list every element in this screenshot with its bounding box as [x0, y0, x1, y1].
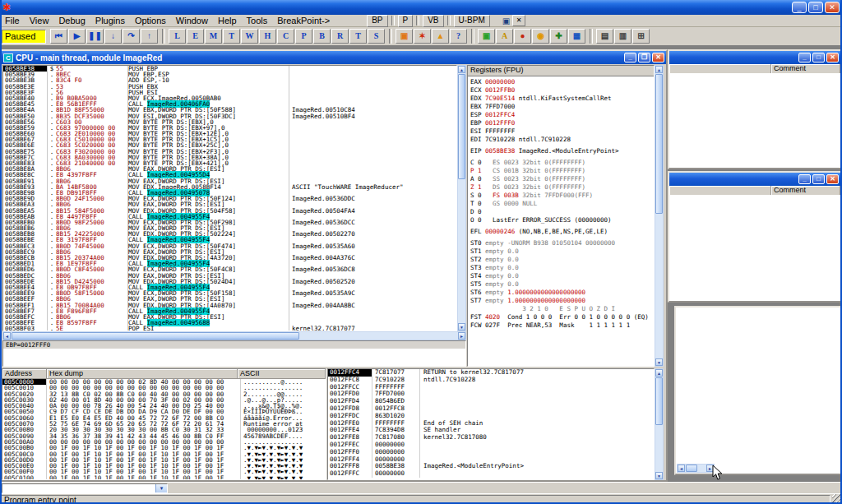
handles-icon[interactable]: H: [259, 29, 276, 44]
pause-icon[interactable]: ❚❚: [86, 29, 104, 44]
menu-button-p[interactable]: P: [398, 15, 414, 27]
register-line[interactable]: FCW 027F Prec NEAR,53 Mask 1 1 1 1 1 1: [470, 321, 654, 330]
resize-grip[interactable]: [832, 494, 841, 503]
secondary-window-1-titlebar[interactable]: _ □ ✕: [669, 51, 840, 64]
maximize-button[interactable]: □: [808, 2, 823, 13]
secondary-window-3[interactable]: ◄ ►: [674, 306, 842, 475]
highlight-icon[interactable]: ▣: [396, 29, 413, 44]
tile-vertical-icon[interactable]: ▥: [614, 29, 632, 44]
command-combobox[interactable]: ▼: [2, 483, 168, 493]
close-button[interactable]: ✕: [826, 53, 839, 62]
references-icon[interactable]: R: [331, 29, 349, 44]
run-trace-icon[interactable]: T: [349, 29, 367, 44]
cpu-window-titlebar[interactable]: C CPU - main thread, module ImageRed _ ❐…: [2, 51, 666, 64]
register-line[interactable]: ST4 empty 0.0: [470, 272, 654, 280]
scrollbar-thumb[interactable]: [655, 377, 663, 425]
executables-icon[interactable]: E: [187, 29, 204, 44]
menu-item-debug[interactable]: Debug: [53, 15, 90, 26]
disasm-row[interactable]: 0058BE3B.83C4 F0ADD ESP,-10: [3, 77, 456, 83]
secondary-window-1[interactable]: _ □ ✕ Comment: [668, 49, 842, 169]
mdi-child-close-button[interactable]: ✕: [512, 15, 525, 26]
register-line[interactable]: EIP 0058BE38 ImageRed.<ModuleEntryPoint>: [470, 147, 654, 155]
disassembly-pane[interactable]: 0058BE38$55PUSH EBP0058BE39.8BECMOV EBP,…: [2, 65, 457, 331]
register-line[interactable]: EBP 0012FFF0: [470, 119, 654, 127]
register-line[interactable]: S 0 FS 003B 32bit 7FFDF000(FFF): [470, 192, 654, 200]
register-line[interactable]: ST5 empty 0.0: [470, 280, 654, 289]
register-line[interactable]: EAX 00000000: [470, 78, 654, 86]
register-line[interactable]: ST1 empty 0.0: [470, 247, 654, 256]
register-line[interactable]: EDX 7C90E514 ntdll.KiFastSystemCallRet: [470, 95, 654, 103]
scrollbar-thumb[interactable]: [655, 74, 663, 214]
titlebar[interactable]: ✱ _ □ ✕: [0, 0, 842, 15]
register-line[interactable]: O 0 LastErr ERROR_SUCCESS (00000000): [470, 216, 654, 224]
register-line[interactable]: ECX 0012FFB0: [470, 86, 654, 95]
disasm-row[interactable]: 0058BEF7.E8 F896F8FFCALL ImageRed.004955…: [3, 308, 456, 314]
disasm-row[interactable]: 0058BEFE.E8 8597F8FFCALL ImageRed.004956…: [3, 320, 456, 326]
disasm-row[interactable]: 0058BF03.5EPOP ESIkernel32.7C817077: [3, 326, 456, 331]
combobox-value[interactable]: [2, 484, 155, 492]
disasm-row[interactable]: 0058BE9D.8B0D 24F15000MOV ECX,DWORD PTR …: [3, 196, 456, 201]
scroll-left-icon[interactable]: ◄: [3, 332, 11, 340]
warning-icon[interactable]: ▲: [432, 29, 449, 44]
patches-icon[interactable]: P: [295, 29, 312, 44]
scroll-up-icon[interactable]: ▲: [655, 369, 663, 377]
restart-icon[interactable]: ⏮: [50, 29, 67, 44]
secondary-window-2-titlebar[interactable]: _ □ ✕: [669, 173, 840, 186]
secondary-window-2-body[interactable]: [669, 195, 840, 301]
register-line[interactable]: C 0 ES 0023 32bit 0(FFFFFFFF): [470, 159, 654, 167]
menu-item-tools[interactable]: Tools: [242, 15, 273, 26]
scrollbar-thumb[interactable]: [458, 74, 465, 179]
cascade-icon[interactable]: ⊞: [632, 29, 650, 44]
register-line[interactable]: ST0 empty -UNORM B938 01050104 00000000: [470, 239, 654, 247]
log-window-icon[interactable]: L: [169, 29, 186, 44]
source-icon[interactable]: S: [368, 29, 385, 44]
scrollbar-thumb[interactable]: [686, 465, 697, 472]
disasm-row[interactable]: 0058BE3E.53PUSH EBX: [3, 84, 456, 90]
menu-item-plugins[interactable]: Plugins: [90, 15, 130, 26]
scroll-right-icon[interactable]: ►: [706, 465, 714, 472]
star-icon[interactable]: ✶: [414, 29, 431, 44]
threads-icon[interactable]: T: [223, 29, 240, 44]
dump-pane[interactable]: Address Hex dump ASCII 005C000000 00 00 …: [2, 368, 326, 480]
run-to-return-icon[interactable]: ↑: [141, 29, 158, 44]
cpu-window[interactable]: C CPU - main thread, module ImageRed _ ❐…: [0, 49, 668, 482]
info-pane[interactable]: EBP=0012FFF0: [2, 340, 466, 367]
combobox-dropdown-icon[interactable]: ▼: [155, 484, 167, 492]
dump-row[interactable]: 005C010000 1F 00 1F 10 1F 00 1F 00 1F 10…: [2, 475, 326, 480]
maximize-button[interactable]: □: [812, 174, 825, 184]
secondary-hscrollbar[interactable]: ◄ ►: [677, 464, 715, 473]
step-into-icon[interactable]: ↓: [104, 29, 122, 44]
register-line[interactable]: ST3 empty 0.0: [470, 264, 654, 272]
disasm-row[interactable]: 0058BEC3.8B0D 74F45000MOV ECX,DWORD PTR …: [3, 243, 456, 249]
minimize-button[interactable]: _: [798, 174, 811, 184]
column-header-blank[interactable]: [669, 64, 771, 73]
disasm-row[interactable]: 0058BE8C.E8 4397F8FFCALL ImageRed.004955…: [3, 172, 456, 178]
register-line[interactable]: P 1 CS 001B 32bit 0(FFFFFFFF): [470, 167, 654, 175]
secondary-window-1-body[interactable]: [669, 73, 840, 168]
dump-header-ascii[interactable]: ASCII: [238, 369, 326, 378]
cpu-minimize-button[interactable]: _: [624, 53, 636, 62]
tile-horizontal-icon[interactable]: ▤: [596, 29, 613, 44]
cpu-window-icon[interactable]: C: [277, 29, 294, 44]
disassembly-hscrollbar[interactable]: ◄ ►: [2, 331, 466, 340]
plugin-a-icon[interactable]: A: [496, 29, 513, 44]
minimize-button[interactable]: _: [798, 53, 811, 62]
close-button[interactable]: ✕: [826, 174, 839, 184]
menu-button-vb[interactable]: VB: [423, 15, 443, 27]
menu-button-ubpm[interactable]: U-BPM: [454, 15, 490, 27]
stack-scrollbar[interactable]: ▲ ▼: [655, 368, 664, 480]
secondary-window-2[interactable]: _ □ ✕ Comment: [668, 171, 842, 303]
column-header-blank[interactable]: [669, 186, 771, 195]
scrollbar-thumb[interactable]: [12, 332, 299, 340]
disasm-row[interactable]: 0058BED6.8B0D C8F45000MOV ECX,DWORD PTR …: [3, 266, 456, 272]
cpu-close-button[interactable]: ✕: [652, 53, 664, 62]
run-icon[interactable]: ▶: [68, 29, 86, 44]
register-line[interactable]: Z 1 DS 0023 32bit 0(FFFFFFFF): [470, 183, 654, 192]
scroll-right-icon[interactable]: ►: [458, 332, 465, 340]
close-button[interactable]: ✕: [825, 2, 840, 13]
cpu-restore-button[interactable]: ❐: [638, 53, 650, 62]
menu-button-bp[interactable]: BP: [367, 15, 387, 27]
scroll-up-icon[interactable]: ▲: [458, 66, 465, 73]
disassembly-scrollbar[interactable]: ▲ ▼: [457, 65, 466, 331]
dump-header-address[interactable]: Address: [2, 369, 47, 378]
